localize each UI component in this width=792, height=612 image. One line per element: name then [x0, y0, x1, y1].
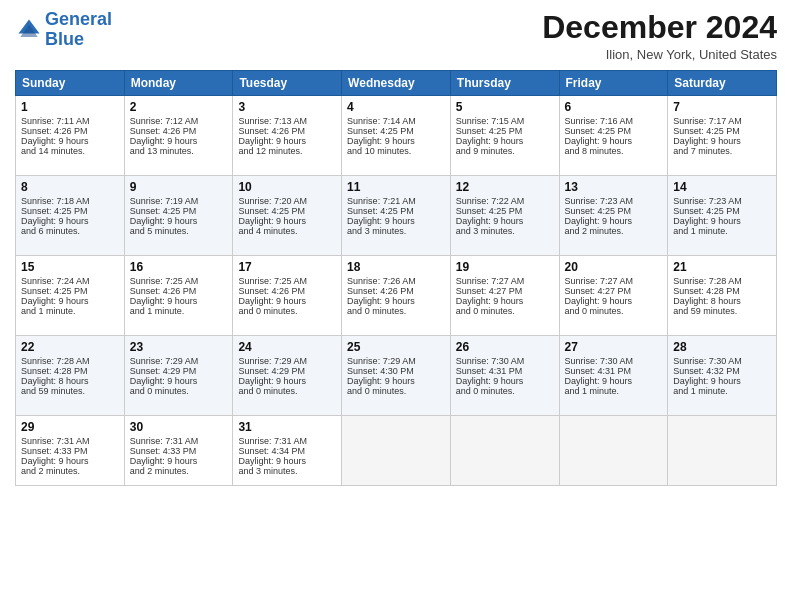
cell-text: Sunrise: 7:18 AM: [21, 196, 119, 206]
cell-text: Sunset: 4:26 PM: [347, 286, 445, 296]
cell-text: Sunrise: 7:24 AM: [21, 276, 119, 286]
cell-text: Daylight: 9 hours: [347, 216, 445, 226]
cell-text: Daylight: 9 hours: [565, 296, 663, 306]
cell-text: Sunset: 4:25 PM: [565, 206, 663, 216]
day-number: 22: [21, 340, 119, 354]
day-number: 18: [347, 260, 445, 274]
cell-text: Sunrise: 7:13 AM: [238, 116, 336, 126]
cell-text: Daylight: 9 hours: [565, 216, 663, 226]
cell-text: and 1 minute.: [673, 386, 771, 396]
cell-text: Daylight: 9 hours: [673, 376, 771, 386]
cell-text: Sunrise: 7:23 AM: [565, 196, 663, 206]
cell-text: Sunset: 4:25 PM: [673, 206, 771, 216]
cell-text: and 0 minutes.: [347, 306, 445, 316]
cell-text: Daylight: 9 hours: [456, 376, 554, 386]
cell-text: Sunset: 4:31 PM: [565, 366, 663, 376]
cell-text: and 59 minutes.: [673, 306, 771, 316]
day-number: 26: [456, 340, 554, 354]
table-row: 31Sunrise: 7:31 AMSunset: 4:34 PMDayligh…: [233, 416, 342, 486]
table-row: [450, 416, 559, 486]
cell-text: Sunset: 4:29 PM: [238, 366, 336, 376]
cell-text: and 10 minutes.: [347, 146, 445, 156]
table-row: 5Sunrise: 7:15 AMSunset: 4:25 PMDaylight…: [450, 96, 559, 176]
cell-text: Sunrise: 7:30 AM: [673, 356, 771, 366]
cell-text: and 0 minutes.: [456, 386, 554, 396]
table-row: [559, 416, 668, 486]
cell-text: Sunrise: 7:12 AM: [130, 116, 228, 126]
col-sunday: Sunday: [16, 71, 125, 96]
day-number: 25: [347, 340, 445, 354]
day-number: 15: [21, 260, 119, 274]
day-number: 6: [565, 100, 663, 114]
cell-text: and 13 minutes.: [130, 146, 228, 156]
cell-text: and 2 minutes.: [130, 466, 228, 476]
cell-text: Sunset: 4:25 PM: [456, 126, 554, 136]
cell-text: Daylight: 9 hours: [21, 296, 119, 306]
table-row: 22Sunrise: 7:28 AMSunset: 4:28 PMDayligh…: [16, 336, 125, 416]
day-number: 14: [673, 180, 771, 194]
cell-text: Daylight: 9 hours: [238, 216, 336, 226]
cell-text: Sunrise: 7:25 AM: [130, 276, 228, 286]
day-number: 9: [130, 180, 228, 194]
table-row: 25Sunrise: 7:29 AMSunset: 4:30 PMDayligh…: [342, 336, 451, 416]
cell-text: Daylight: 9 hours: [130, 296, 228, 306]
cell-text: and 1 minute.: [21, 306, 119, 316]
table-row: 6Sunrise: 7:16 AMSunset: 4:25 PMDaylight…: [559, 96, 668, 176]
table-row: 4Sunrise: 7:14 AMSunset: 4:25 PMDaylight…: [342, 96, 451, 176]
table-row: 26Sunrise: 7:30 AMSunset: 4:31 PMDayligh…: [450, 336, 559, 416]
cell-text: Sunrise: 7:19 AM: [130, 196, 228, 206]
cell-text: Sunset: 4:34 PM: [238, 446, 336, 456]
cell-text: Sunrise: 7:25 AM: [238, 276, 336, 286]
day-number: 28: [673, 340, 771, 354]
logo: GeneralBlue: [15, 10, 112, 50]
cell-text: Sunset: 4:28 PM: [21, 366, 119, 376]
cell-text: and 59 minutes.: [21, 386, 119, 396]
cell-text: Daylight: 9 hours: [673, 136, 771, 146]
cell-text: Daylight: 9 hours: [347, 136, 445, 146]
table-row: 29Sunrise: 7:31 AMSunset: 4:33 PMDayligh…: [16, 416, 125, 486]
col-monday: Monday: [124, 71, 233, 96]
cell-text: Daylight: 8 hours: [673, 296, 771, 306]
cell-text: Sunset: 4:26 PM: [130, 126, 228, 136]
cell-text: and 1 minute.: [565, 386, 663, 396]
cell-text: Daylight: 9 hours: [565, 376, 663, 386]
cell-text: Sunset: 4:33 PM: [21, 446, 119, 456]
cell-text: Daylight: 9 hours: [21, 136, 119, 146]
table-row: 9Sunrise: 7:19 AMSunset: 4:25 PMDaylight…: [124, 176, 233, 256]
cell-text: and 5 minutes.: [130, 226, 228, 236]
col-thursday: Thursday: [450, 71, 559, 96]
cell-text: Daylight: 9 hours: [130, 456, 228, 466]
cell-text: Sunset: 4:25 PM: [565, 126, 663, 136]
cell-text: Sunrise: 7:14 AM: [347, 116, 445, 126]
table-row: 16Sunrise: 7:25 AMSunset: 4:26 PMDayligh…: [124, 256, 233, 336]
table-row: 30Sunrise: 7:31 AMSunset: 4:33 PMDayligh…: [124, 416, 233, 486]
cell-text: Daylight: 8 hours: [21, 376, 119, 386]
cell-text: and 0 minutes.: [130, 386, 228, 396]
cell-text: and 8 minutes.: [565, 146, 663, 156]
cell-text: Sunrise: 7:31 AM: [21, 436, 119, 446]
day-number: 10: [238, 180, 336, 194]
month-title: December 2024: [542, 10, 777, 45]
cell-text: and 1 minute.: [673, 226, 771, 236]
cell-text: Sunrise: 7:20 AM: [238, 196, 336, 206]
cell-text: Sunrise: 7:28 AM: [21, 356, 119, 366]
table-row: 17Sunrise: 7:25 AMSunset: 4:26 PMDayligh…: [233, 256, 342, 336]
day-number: 4: [347, 100, 445, 114]
table-row: [342, 416, 451, 486]
cell-text: and 2 minutes.: [565, 226, 663, 236]
cell-text: Daylight: 9 hours: [456, 136, 554, 146]
table-row: 12Sunrise: 7:22 AMSunset: 4:25 PMDayligh…: [450, 176, 559, 256]
cell-text: Daylight: 9 hours: [565, 136, 663, 146]
cell-text: and 0 minutes.: [238, 306, 336, 316]
table-row: 8Sunrise: 7:18 AMSunset: 4:25 PMDaylight…: [16, 176, 125, 256]
day-number: 24: [238, 340, 336, 354]
cell-text: and 3 minutes.: [456, 226, 554, 236]
cell-text: Sunset: 4:25 PM: [456, 206, 554, 216]
cell-text: Daylight: 9 hours: [456, 216, 554, 226]
cell-text: Daylight: 9 hours: [130, 216, 228, 226]
cell-text: and 4 minutes.: [238, 226, 336, 236]
cell-text: Daylight: 9 hours: [130, 136, 228, 146]
day-number: 7: [673, 100, 771, 114]
cell-text: Sunset: 4:26 PM: [238, 286, 336, 296]
cell-text: and 0 minutes.: [347, 386, 445, 396]
